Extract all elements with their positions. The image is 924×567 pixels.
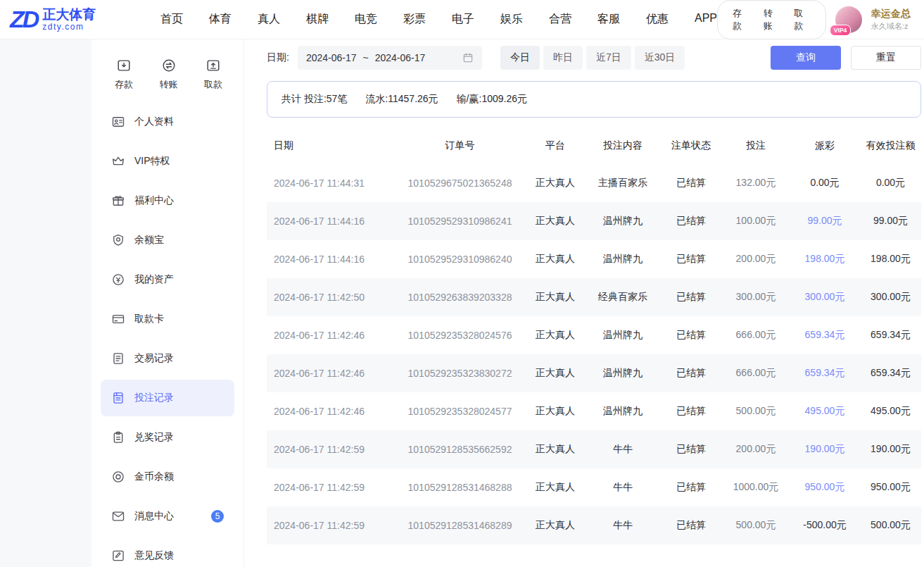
sidebar-item-vip[interactable]: VIP特权 bbox=[101, 143, 234, 180]
table-row: 2024-06-17 11:42:461010529235328024576正大… bbox=[267, 316, 921, 354]
cell-order-number: 1010529529310986240 bbox=[395, 254, 525, 265]
nav-item[interactable]: 电子 bbox=[452, 12, 474, 27]
cell-valid-bet: 300.00元 bbox=[860, 291, 921, 304]
cell-date: 2024-06-17 11:42:50 bbox=[267, 292, 395, 303]
cell-valid-bet: 0.00元 bbox=[860, 177, 921, 189]
topbar-right: 存款转账取款 VIP4 幸运金总 永久域名:z bbox=[717, 0, 924, 39]
sidebar-item-label: 福利中心 bbox=[134, 194, 174, 207]
vip-badge: VIP4 bbox=[830, 25, 851, 35]
cell-bet-amount: 300.00元 bbox=[722, 291, 790, 304]
avatar[interactable]: VIP4 bbox=[835, 6, 862, 33]
nav-item[interactable]: 客服 bbox=[597, 12, 620, 27]
nav-item[interactable]: 电竞 bbox=[355, 12, 377, 27]
cell-platform: 正大真人 bbox=[525, 405, 586, 418]
wallet-link[interactable]: 取款 bbox=[794, 7, 811, 32]
page-layout: 存款转账取款 个人资料VIP特权福利中心余额宝我的资产取款卡交易记录投注记录兑奖… bbox=[0, 39, 924, 567]
wallet-pill: 存款转账取款 bbox=[717, 0, 826, 39]
cell-payout: -500.00元 bbox=[790, 519, 860, 532]
table-header-row: 日期订单号平台投注内容注单状态投注派彩有效投注额 bbox=[267, 127, 921, 164]
cell-bet-amount: 666.00元 bbox=[722, 329, 790, 342]
cell-bet-content: 温州牌九 bbox=[586, 253, 660, 266]
cell-order-number: 1010529235328024577 bbox=[395, 406, 525, 417]
summary-box: 共计 投注:57笔流水:11457.26元输/赢:1009.26元 bbox=[267, 81, 921, 118]
sidebar-item-yuebao[interactable]: 余额宝 bbox=[101, 222, 234, 258]
cell-status: 已结算 bbox=[660, 481, 722, 494]
quick-action-transfer[interactable]: 转账 bbox=[160, 58, 178, 91]
search-button[interactable]: 查询 bbox=[771, 46, 841, 70]
cell-valid-bet: 495.00元 bbox=[860, 405, 921, 418]
sidebar: 存款转账取款 个人资料VIP特权福利中心余额宝我的资产取款卡交易记录投注记录兑奖… bbox=[91, 39, 244, 567]
range-pill[interactable]: 昨日 bbox=[543, 46, 583, 70]
range-pill[interactable]: 今日 bbox=[500, 46, 540, 70]
main-content: 日期: 2024-06-17 ~ 2024-06-17 今日昨日近7日近30日 … bbox=[244, 39, 924, 567]
cell-platform: 正大真人 bbox=[525, 215, 586, 228]
feedback-icon bbox=[111, 549, 125, 563]
table-row: 2024-06-17 11:42:591010529128531468288正大… bbox=[267, 468, 921, 506]
sidebar-item-label: 消息中心 bbox=[134, 510, 174, 523]
sidebar-item-bet-records[interactable]: 投注记录 bbox=[101, 380, 234, 416]
quick-action-withdraw[interactable]: 取款 bbox=[204, 58, 222, 91]
cell-order-number: 1010529263839203328 bbox=[395, 292, 525, 303]
shield-coin-icon bbox=[111, 233, 125, 247]
cell-payout: 0.00元 bbox=[790, 177, 860, 189]
nav-item[interactable]: 真人 bbox=[258, 12, 280, 27]
cell-status: 已结算 bbox=[660, 405, 722, 418]
cell-platform: 正大真人 bbox=[525, 367, 586, 380]
nav-item[interactable]: 合营 bbox=[549, 12, 571, 27]
cell-date: 2024-06-17 11:44:16 bbox=[267, 216, 395, 227]
deposit-icon bbox=[116, 58, 132, 73]
sidebar-item-assets[interactable]: 我的资产 bbox=[101, 261, 234, 298]
nav-item[interactable]: 娱乐 bbox=[500, 12, 523, 27]
nav-item[interactable]: APP bbox=[695, 12, 717, 27]
sidebar-item-label: 金币余额 bbox=[134, 471, 174, 483]
table-header-cell: 有效投注额 bbox=[860, 139, 921, 152]
date-range-input[interactable]: 2024-06-17 ~ 2024-06-17 bbox=[298, 46, 482, 70]
cell-payout: 950.00元 bbox=[790, 481, 860, 494]
range-pill[interactable]: 近7日 bbox=[586, 46, 631, 70]
sidebar-item-profile[interactable]: 个人资料 bbox=[101, 104, 234, 140]
sidebar-item-withdraw-card[interactable]: 取款卡 bbox=[101, 301, 234, 337]
nav-item[interactable]: 优惠 bbox=[646, 12, 669, 27]
brand[interactable]: ZD 正大体育 zdty.com bbox=[10, 7, 132, 32]
withdraw-icon bbox=[205, 58, 221, 73]
cell-payout: 190.00元 bbox=[790, 443, 860, 456]
quick-action-deposit[interactable]: 存款 bbox=[115, 58, 133, 91]
quick-range-pills: 今日昨日近7日近30日 bbox=[500, 46, 685, 70]
table-row: 2024-06-17 11:44:161010529529310986240正大… bbox=[267, 240, 921, 278]
sidebar-item-label: 我的资产 bbox=[134, 273, 174, 286]
cell-date: 2024-06-17 11:42:46 bbox=[267, 330, 395, 341]
nav-item[interactable]: 彩票 bbox=[403, 12, 426, 27]
table-header-cell: 注单状态 bbox=[660, 139, 722, 152]
table-row: 2024-06-17 11:42:461010529235323830272正大… bbox=[267, 354, 921, 392]
coin-icon bbox=[111, 470, 125, 484]
cell-status: 已结算 bbox=[660, 519, 722, 532]
sidebar-item-message-center[interactable]: 消息中心5 bbox=[101, 498, 234, 535]
sidebar-item-redeem-records[interactable]: 兑奖记录 bbox=[101, 419, 234, 456]
table-row: 2024-06-17 11:42:591010529128531468289正大… bbox=[267, 506, 921, 544]
sidebar-item-label: VIP特权 bbox=[134, 155, 170, 168]
coin-yen-icon bbox=[111, 273, 125, 287]
sidebar-item-feedback[interactable]: 意见反馈 bbox=[101, 537, 234, 567]
nav-item[interactable]: 棋牌 bbox=[306, 12, 329, 27]
cell-order-number: 1010529128531468289 bbox=[395, 520, 525, 531]
sidebar-item-gold-balance[interactable]: 金币余额 bbox=[101, 459, 234, 495]
wallet-link[interactable]: 转账 bbox=[764, 7, 780, 32]
sidebar-item-label: 取款卡 bbox=[134, 313, 164, 325]
table-row: 2024-06-17 11:42:461010529235328024577正大… bbox=[267, 392, 921, 430]
wallet-link[interactable]: 存款 bbox=[733, 7, 749, 32]
range-pill[interactable]: 近30日 bbox=[635, 46, 685, 70]
table-header-cell: 日期 bbox=[267, 139, 395, 152]
sidebar-item-transactions[interactable]: 交易记录 bbox=[101, 340, 234, 377]
cell-bet-amount: 666.00元 bbox=[722, 367, 790, 380]
table-row: 2024-06-17 11:44:161010529529310986241正大… bbox=[267, 202, 921, 240]
cell-platform: 正大真人 bbox=[525, 291, 586, 304]
nav-item[interactable]: 体育 bbox=[209, 12, 232, 27]
cell-valid-bet: 198.00元 bbox=[860, 253, 921, 266]
reset-button[interactable]: 重置 bbox=[851, 46, 921, 70]
sidebar-item-welfare[interactable]: 福利中心 bbox=[101, 182, 234, 219]
bank-card-icon bbox=[111, 312, 125, 326]
crown-icon bbox=[111, 154, 125, 168]
nav-item[interactable]: 首页 bbox=[160, 12, 183, 27]
sidebar-item-label: 意见反馈 bbox=[134, 549, 174, 562]
cell-date: 2024-06-17 11:42:46 bbox=[267, 406, 395, 417]
